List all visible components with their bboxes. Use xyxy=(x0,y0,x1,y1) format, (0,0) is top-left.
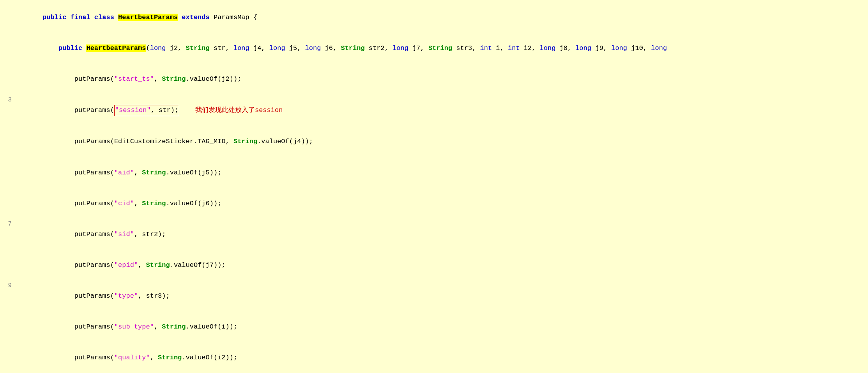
line-content: putParams("aid", String.valueOf(j5)); xyxy=(19,157,868,188)
line-content: putParams("session", str); 我们发现此处放入了sess… xyxy=(19,95,868,126)
type-string: String xyxy=(142,169,166,176)
valueof-call: valueOf xyxy=(190,323,217,330)
line-number: 7 xyxy=(0,219,12,229)
valueof-call: valueOf xyxy=(174,261,202,269)
method-call: putParams xyxy=(74,261,110,269)
type-int1: int xyxy=(480,44,492,52)
line-content: putParams("sub_type", String.valueOf(i))… xyxy=(19,311,868,342)
code-line-2: public HeartbeatParams(long j2, String s… xyxy=(0,33,868,64)
type-string3: String xyxy=(428,44,452,52)
line-number: 9 xyxy=(0,281,12,291)
line-number: 3 xyxy=(0,95,12,105)
method-call: putParams xyxy=(74,75,110,83)
type-string: String xyxy=(162,323,186,330)
code-line-11: putParams("sub_type", String.valueOf(i))… xyxy=(0,311,868,342)
code-line-10: 9 putParams("type", str3); xyxy=(0,281,868,311)
line-content: putParams(EditCustomizeSticker.TAG_MID, … xyxy=(19,126,868,157)
parent-class: ParamsMap xyxy=(214,14,249,21)
type-string: String xyxy=(146,261,170,269)
code-line-8: 7 putParams("sid", str2); xyxy=(0,219,868,250)
line-content: public final class HeartbeatParams exten… xyxy=(19,2,868,33)
code-line-6: putParams("aid", String.valueOf(j5)); xyxy=(0,157,868,188)
line-content: putParams("quality", String.valueOf(i2))… xyxy=(19,342,868,373)
code-line-4-session: 3 putParams("session", str); 我们发现此处放入了se… xyxy=(0,95,868,126)
valueof-call: valueOf xyxy=(261,138,289,145)
type-long2: long xyxy=(233,44,249,52)
method-call: putParams xyxy=(74,169,110,176)
session-highlight-box: "session", str); xyxy=(114,105,179,116)
keyword-public: public xyxy=(58,44,82,52)
keyword-public: public xyxy=(42,14,66,21)
code-line-12: putParams("quality", String.valueOf(i2))… xyxy=(0,342,868,373)
type-long8: long xyxy=(611,44,627,52)
line-content: putParams("type", str3); xyxy=(19,281,868,311)
line-content: putParams("epid", String.valueOf(j7)); xyxy=(19,250,868,281)
type-long7: long xyxy=(575,44,591,52)
type-string: String xyxy=(162,75,186,83)
line-content: putParams("sid", str2); xyxy=(19,219,868,250)
type-string: String xyxy=(142,200,166,207)
line-content: putParams("start_ts", String.valueOf(j2)… xyxy=(19,64,868,95)
string-literal-session: "session" xyxy=(115,107,151,114)
method-call: putParams xyxy=(74,200,110,207)
type-long3: long xyxy=(269,44,285,52)
code-line-7: putParams("cid", String.valueOf(j6)); xyxy=(0,188,868,219)
code-line-1: public final class HeartbeatParams exten… xyxy=(0,2,868,33)
type-string2: String xyxy=(341,44,364,52)
keyword-extends: extends xyxy=(182,14,209,21)
string-literal: "start_ts" xyxy=(114,75,154,83)
string-literal: "quality" xyxy=(114,354,150,361)
code-line-9: putParams("epid", String.valueOf(j7)); xyxy=(0,250,868,281)
keyword-final: final xyxy=(71,14,90,21)
method-call: putParams xyxy=(74,107,110,114)
keyword-class: class xyxy=(94,14,114,21)
string-literal: "aid" xyxy=(114,169,134,176)
comment-chinese: 我们发现此处放入了session xyxy=(195,107,283,114)
type-string: String xyxy=(158,354,182,361)
type-long5: long xyxy=(392,44,408,52)
code-line-5: putParams(EditCustomizeSticker.TAG_MID, … xyxy=(0,126,868,157)
type-int2: int xyxy=(508,44,520,52)
method-call: putParams xyxy=(74,138,110,145)
static-ref: EditCustomizeSticker.TAG_MID xyxy=(114,138,226,145)
class-name: HeartbeatParams xyxy=(118,14,178,21)
valueof-call: valueOf xyxy=(186,354,214,361)
type-string: String xyxy=(233,138,257,145)
line-content: public HeartbeatParams(long j2, String s… xyxy=(19,33,868,64)
string-literal: "sub_type" xyxy=(114,323,154,330)
code-line-3: putParams("start_ts", String.valueOf(j2)… xyxy=(0,64,868,95)
valueof-call: valueOf xyxy=(170,200,198,207)
line-content: putParams("cid", String.valueOf(j6)); xyxy=(19,188,868,219)
string-literal: "type" xyxy=(114,292,138,300)
method-call: putParams xyxy=(74,231,110,238)
method-call: putParams xyxy=(74,323,110,330)
type-long4: long xyxy=(305,44,321,52)
valueof-call: valueOf xyxy=(170,169,198,176)
constructor-name: HeartbeatParams xyxy=(86,44,146,52)
type-long6: long xyxy=(540,44,556,52)
method-call: putParams xyxy=(74,354,110,361)
type-long: long xyxy=(150,44,166,52)
string-literal: "sid" xyxy=(114,231,134,238)
valueof-call: valueOf xyxy=(190,75,217,83)
string-literal: "cid" xyxy=(114,200,134,207)
code-container: public final class HeartbeatParams exten… xyxy=(0,0,868,373)
method-call: putParams xyxy=(74,292,110,300)
type-long9: long xyxy=(651,44,667,52)
type-string: String xyxy=(186,44,210,52)
string-literal: "epid" xyxy=(114,261,138,269)
